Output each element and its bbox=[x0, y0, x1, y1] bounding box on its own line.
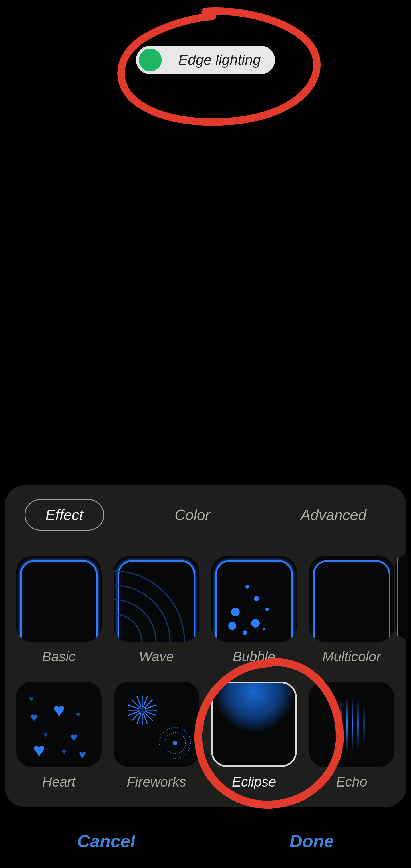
effect-label: Echo bbox=[336, 774, 367, 790]
toggle-track bbox=[139, 49, 173, 71]
edge-lighting-toggle[interactable]: Edge lighting bbox=[136, 46, 275, 74]
thumb-heart: ♥ ♥ ♥ ♥ ♥ ♥ ♥ ♥ ♥ bbox=[16, 682, 102, 767]
thumb-bubble bbox=[211, 556, 297, 642]
tab-advanced[interactable]: Advanced bbox=[281, 500, 386, 530]
effect-label: Fireworks bbox=[127, 774, 186, 790]
effect-label: Eclipse bbox=[232, 774, 276, 790]
svg-point-16 bbox=[139, 707, 146, 714]
effect-label: Multicolor bbox=[322, 649, 381, 664]
tab-color[interactable]: Color bbox=[155, 500, 230, 530]
thumb-multicolor bbox=[309, 556, 394, 642]
effect-peek-next[interactable] bbox=[395, 554, 409, 640]
effect-heart[interactable]: ♥ ♥ ♥ ♥ ♥ ♥ ♥ ♥ ♥ Heart bbox=[16, 682, 102, 790]
effect-label: Heart bbox=[42, 774, 75, 790]
effect-label: Bubble bbox=[232, 649, 275, 664]
effect-label: Basic bbox=[42, 649, 75, 664]
footer-actions: Cancel Done bbox=[0, 814, 411, 868]
done-button[interactable]: Done bbox=[290, 831, 334, 851]
effect-multicolor[interactable]: Multicolor bbox=[309, 556, 394, 664]
effect-echo[interactable]: Echo bbox=[309, 682, 394, 790]
thumb-fireworks bbox=[114, 682, 199, 767]
thumb-basic bbox=[16, 556, 102, 642]
tab-effect[interactable]: Effect bbox=[25, 499, 104, 530]
effect-wave[interactable]: Wave bbox=[114, 556, 199, 664]
thumb-eclipse bbox=[211, 682, 297, 767]
toggle-label: Edge lighting bbox=[178, 52, 261, 68]
effects-sheet: Effect Color Advanced Basic Wave bbox=[5, 486, 406, 807]
effect-bubble[interactable]: Bubble bbox=[211, 556, 297, 664]
thumb-wave bbox=[114, 556, 199, 642]
toggle-knob-on bbox=[139, 49, 162, 71]
effect-eclipse[interactable]: Eclipse bbox=[211, 682, 297, 790]
effect-label: Wave bbox=[139, 649, 174, 664]
thumb-echo bbox=[309, 682, 394, 767]
effect-fireworks[interactable]: Fireworks bbox=[114, 682, 199, 790]
effect-basic[interactable]: Basic bbox=[16, 556, 102, 664]
effects-grid: Basic Wave bbox=[16, 556, 395, 790]
tabs-row: Effect Color Advanced bbox=[16, 499, 395, 530]
cancel-button[interactable]: Cancel bbox=[77, 831, 135, 851]
svg-point-19 bbox=[173, 741, 177, 745]
